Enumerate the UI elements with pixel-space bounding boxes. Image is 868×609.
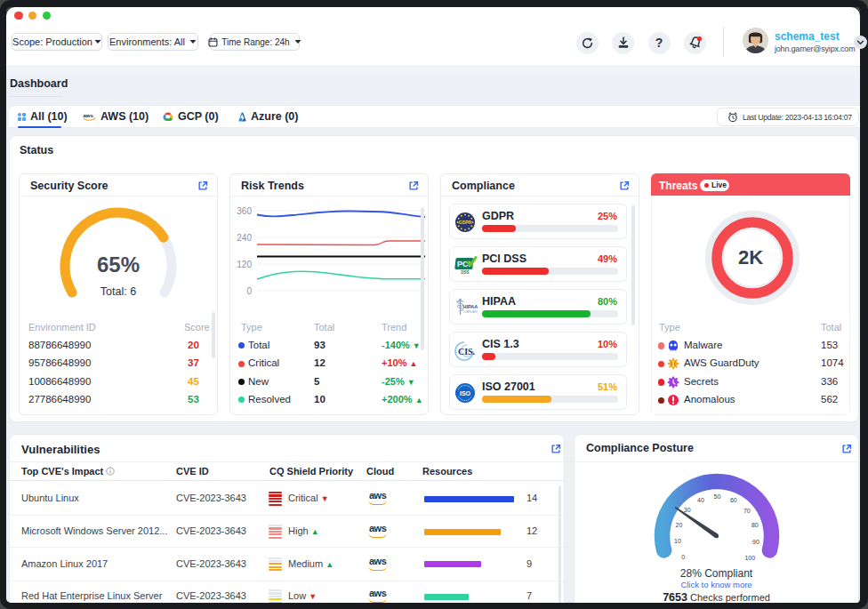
svg-text:30: 30 [683,507,690,513]
svg-text:aws: aws [84,113,94,118]
svg-text:70: 70 [743,507,750,513]
svg-text:COMPLIANT: COMPLIANT [463,310,478,314]
svg-text:20: 20 [675,521,682,527]
svg-text:360: 360 [237,206,252,216]
svg-text:GDPR: GDPR [459,220,472,225]
svg-text:50: 50 [713,493,720,500]
svg-text:0: 0 [681,554,685,560]
svg-text:240: 240 [237,233,252,243]
svg-text:10: 10 [674,538,681,544]
svg-text:80: 80 [751,522,758,528]
svg-text:CIS.: CIS. [458,347,476,357]
svg-text:100: 100 [744,554,755,560]
svg-text:90: 90 [752,539,760,545]
svg-text:ISO: ISO [460,390,471,397]
svg-text:120: 120 [237,260,252,269]
svg-text:60: 60 [729,497,736,503]
svg-text:0: 0 [246,286,252,296]
svg-text:40: 40 [697,496,704,502]
svg-text:HIPAA: HIPAA [462,304,478,309]
svg-text:DSS: DSS [461,270,469,275]
